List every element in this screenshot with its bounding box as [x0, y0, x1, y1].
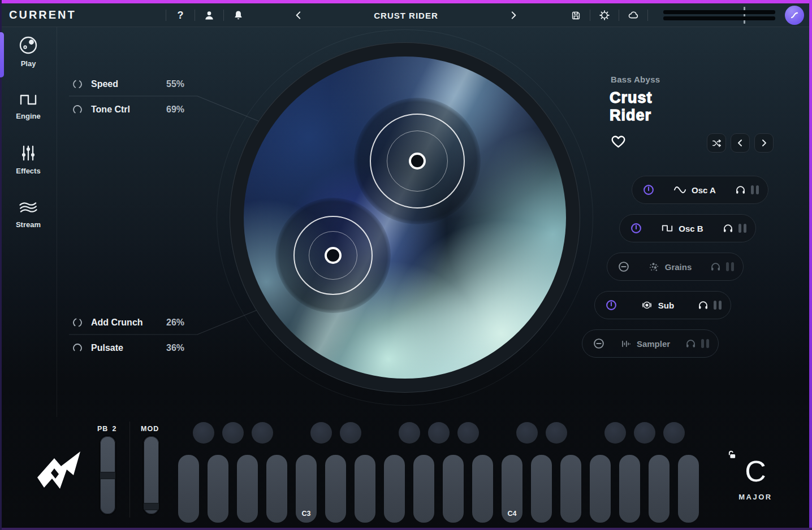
- sidebar-item-label: Engine: [16, 112, 40, 120]
- pad-handle[interactable]: [325, 247, 342, 264]
- power-off-icon[interactable]: [617, 260, 630, 273]
- macro-tone-ctrl[interactable]: Tone Ctrl 69%: [72, 102, 130, 117]
- power-on-icon[interactable]: [630, 222, 642, 234]
- white-key[interactable]: [678, 455, 699, 523]
- key-scale-display[interactable]: MAJOR: [724, 493, 787, 501]
- xy-pad-a[interactable]: [354, 98, 481, 224]
- white-key[interactable]: [355, 455, 375, 523]
- black-key[interactable]: [457, 422, 479, 444]
- cloud-sync-button[interactable]: [627, 8, 640, 23]
- black-key[interactable]: [252, 422, 273, 444]
- white-key[interactable]: [472, 455, 493, 523]
- preset-next-button[interactable]: [507, 8, 520, 23]
- white-key[interactable]: C4: [502, 455, 522, 523]
- black-key[interactable]: [310, 422, 332, 444]
- black-key[interactable]: [222, 422, 244, 444]
- macro-add-crunch[interactable]: Add Crunch 26%: [72, 315, 143, 330]
- output-curve-button[interactable]: [785, 6, 804, 25]
- prev-preset-button[interactable]: [731, 133, 750, 153]
- macro-value: 69%: [166, 105, 184, 115]
- divider: [223, 10, 224, 21]
- white-key[interactable]: [649, 455, 670, 523]
- pitch-bend-wheel[interactable]: [100, 436, 115, 514]
- keyboard: C3C4: [178, 422, 700, 523]
- pitch-bend-label: PB 2: [97, 425, 116, 433]
- pitch-bend-handle[interactable]: [100, 472, 115, 479]
- save-button[interactable]: [569, 8, 582, 23]
- white-key[interactable]: [208, 455, 228, 523]
- black-key[interactable]: [193, 422, 214, 444]
- next-preset-button[interactable]: [754, 133, 774, 153]
- black-key[interactable]: [516, 422, 538, 444]
- notifications-button[interactable]: [231, 8, 245, 23]
- headphones-solo-icon[interactable]: [697, 299, 709, 311]
- black-key[interactable]: [428, 422, 450, 444]
- help-button[interactable]: ?: [174, 8, 187, 23]
- white-key[interactable]: C3: [296, 455, 317, 523]
- account-button[interactable]: [202, 8, 216, 23]
- white-key[interactable]: [560, 455, 581, 523]
- mod-wheel-handle[interactable]: [144, 503, 159, 510]
- waves-icon: [18, 198, 38, 216]
- favorite-button[interactable]: [611, 134, 627, 150]
- layer-controls: [685, 338, 709, 349]
- randomize-preset-button[interactable]: [707, 133, 726, 153]
- black-key[interactable]: [634, 422, 655, 444]
- black-key[interactable]: [663, 422, 685, 444]
- sidebar-item-stream[interactable]: Stream: [0, 190, 57, 236]
- power-on-icon[interactable]: [642, 184, 655, 196]
- settings-button[interactable]: [598, 8, 611, 23]
- pause-icon[interactable]: [714, 301, 722, 310]
- power-on-icon[interactable]: [605, 299, 617, 311]
- preset-name[interactable]: CRUST RIDER: [374, 11, 438, 20]
- s-curve-icon: [788, 9, 801, 21]
- power-off-icon[interactable]: [593, 337, 605, 350]
- macro-speed[interactable]: Speed 55%: [72, 77, 118, 92]
- white-key[interactable]: [619, 455, 640, 523]
- headphones-solo-icon[interactable]: [722, 223, 734, 234]
- black-key[interactable]: [546, 422, 567, 444]
- preset-prev-button[interactable]: [292, 8, 305, 23]
- white-key[interactable]: [443, 455, 464, 523]
- chevron-left-icon: [293, 10, 304, 20]
- white-key[interactable]: [531, 455, 552, 523]
- layer-title: Osc B: [642, 223, 722, 233]
- white-key[interactable]: [266, 455, 287, 523]
- black-key[interactable]: [399, 422, 420, 444]
- sidebar-divider: [57, 27, 57, 417]
- headphones-solo-icon[interactable]: [710, 261, 722, 272]
- sidebar-item-effects[interactable]: Effects: [0, 136, 57, 183]
- pause-icon[interactable]: [751, 185, 759, 194]
- layer-sampler[interactable]: Sampler: [582, 329, 719, 358]
- white-key[interactable]: [384, 455, 405, 523]
- headphones-solo-icon[interactable]: [685, 338, 697, 349]
- headphones-solo-icon[interactable]: [735, 184, 746, 196]
- black-key[interactable]: [340, 422, 361, 444]
- white-key[interactable]: [590, 455, 611, 523]
- pause-icon[interactable]: [726, 262, 734, 271]
- white-key[interactable]: [178, 455, 199, 523]
- sidebar-item-engine[interactable]: Engine: [0, 83, 57, 128]
- mod-wheel[interactable]: [144, 436, 159, 514]
- pause-icon[interactable]: [738, 224, 746, 233]
- output-level-slider[interactable]: [663, 6, 775, 25]
- layer-sub[interactable]: Sub: [594, 291, 731, 319]
- white-key[interactable]: [325, 455, 346, 523]
- sidebar-item-play[interactable]: Play: [0, 27, 57, 75]
- key-root-display[interactable]: C: [724, 454, 787, 488]
- white-key[interactable]: [413, 455, 434, 523]
- layer-label: Osc A: [692, 185, 716, 195]
- layer-grains[interactable]: Grains: [607, 253, 744, 281]
- shuffle-icon: [711, 138, 722, 149]
- macro-pulsate[interactable]: Pulsate 36%: [72, 341, 123, 355]
- layer-osc-a[interactable]: Osc A: [632, 176, 768, 204]
- layer-controls: [735, 184, 759, 196]
- chevron-left-icon: [736, 138, 745, 147]
- black-key[interactable]: [604, 422, 626, 444]
- layer-osc-b[interactable]: Osc B: [619, 214, 756, 242]
- pause-icon[interactable]: [701, 339, 709, 348]
- xy-pad-b[interactable]: [275, 198, 391, 313]
- output-slider-tick[interactable]: [744, 7, 745, 24]
- white-key[interactable]: [237, 455, 258, 523]
- pad-handle[interactable]: [409, 153, 426, 170]
